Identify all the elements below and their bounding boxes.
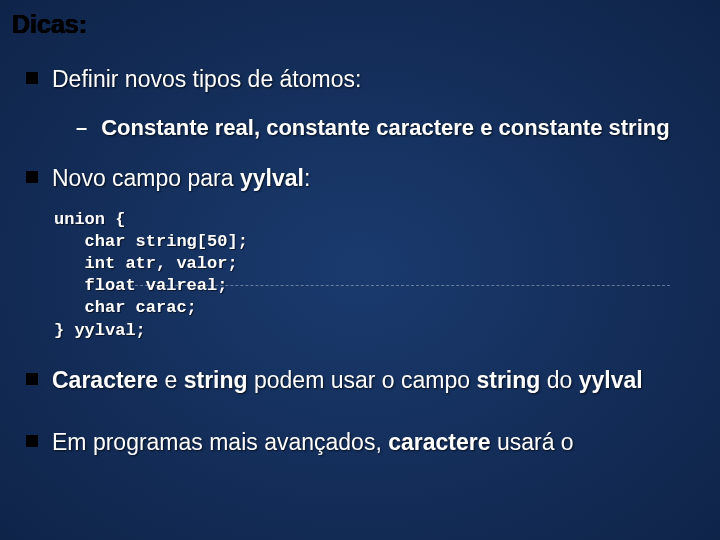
text-fragment: podem usar o campo [248, 367, 477, 393]
square-bullet-icon [26, 373, 38, 385]
bullet-item-3: Caractere e string podem usar o campo st… [26, 366, 706, 395]
square-bullet-icon [26, 435, 38, 447]
bullet-item-2-text: Novo campo para yylval: [52, 164, 310, 193]
emphasis-caractere: Caractere [52, 367, 158, 393]
sub-bullet-1-text: Constante real, constante caractere e co… [101, 114, 670, 143]
bullet-item-3-text: Caractere e string podem usar o campo st… [52, 366, 643, 395]
bullet-item-4-text: Em programas mais avançados, caractere u… [52, 428, 574, 457]
square-bullet-icon [26, 171, 38, 183]
emphasis-string: string [184, 367, 248, 393]
sub-bullet-1: – Constante real, constante caractere e … [76, 114, 686, 143]
code-block: union { char string[50]; int atr, valor;… [54, 209, 706, 342]
bullet-item-4: Em programas mais avançados, caractere u… [26, 428, 706, 457]
text-fragment: Em programas mais avançados, [52, 429, 388, 455]
bullet-item-1: Definir novos tipos de átomos: [26, 65, 706, 94]
slide-title: Dicas: [12, 10, 706, 39]
emphasis-string-field: string [476, 367, 540, 393]
dash-bullet-icon: – [76, 116, 87, 143]
bullet-item-2: Novo campo para yylval: [26, 164, 706, 193]
square-bullet-icon [26, 72, 38, 84]
text-fragment: : [304, 165, 310, 191]
text-fragment: e [158, 367, 184, 393]
slide-content: Dicas: Definir novos tipos de átomos: – … [0, 0, 720, 457]
bullet-item-1-text: Definir novos tipos de átomos: [52, 65, 361, 94]
emphasis-yylval: yylval [579, 367, 643, 393]
emphasis-yylval: yylval [240, 165, 304, 191]
emphasis-caractere: caractere [388, 429, 490, 455]
text-fragment: do [540, 367, 578, 393]
text-fragment: Novo campo para [52, 165, 240, 191]
text-fragment: usará o [491, 429, 574, 455]
